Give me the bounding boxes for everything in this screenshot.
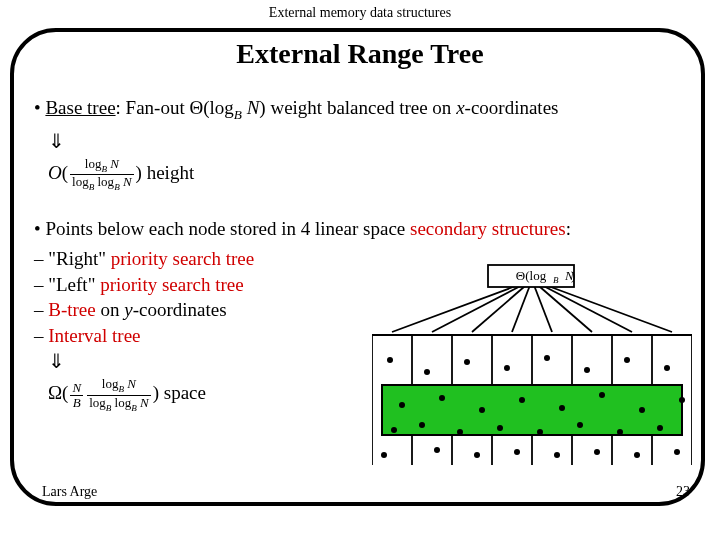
svg-point-49 bbox=[639, 407, 645, 413]
svg-text:): ) bbox=[571, 268, 575, 283]
svg-point-43 bbox=[554, 452, 560, 458]
svg-point-54 bbox=[657, 425, 663, 431]
footer-author: Lars Arge bbox=[42, 484, 97, 500]
svg-point-38 bbox=[497, 425, 503, 431]
svg-point-55 bbox=[674, 449, 680, 455]
svg-point-27 bbox=[381, 452, 387, 458]
svg-point-35 bbox=[474, 452, 480, 458]
height-label: height bbox=[142, 162, 194, 183]
svg-point-40 bbox=[544, 355, 550, 361]
fanout-formula: Θ(logB N) bbox=[189, 95, 265, 124]
svg-point-28 bbox=[424, 369, 430, 375]
svg-point-50 bbox=[617, 429, 623, 435]
svg-point-52 bbox=[664, 365, 670, 371]
secondary-structures-text: secondary structures bbox=[410, 218, 566, 239]
slide: External memory data structures External… bbox=[0, 0, 720, 540]
slide-title: External Range Tree bbox=[0, 38, 720, 70]
svg-point-41 bbox=[559, 405, 565, 411]
svg-point-45 bbox=[599, 392, 605, 398]
svg-point-32 bbox=[464, 359, 470, 365]
svg-point-44 bbox=[584, 367, 590, 373]
svg-point-47 bbox=[594, 449, 600, 455]
svg-point-29 bbox=[439, 395, 445, 401]
base-tree-label: Base tree bbox=[45, 97, 115, 118]
svg-point-34 bbox=[457, 429, 463, 435]
svg-point-36 bbox=[504, 365, 510, 371]
svg-point-33 bbox=[479, 407, 485, 413]
svg-point-42 bbox=[537, 429, 543, 435]
svg-point-30 bbox=[419, 422, 425, 428]
tree-diagram: Θ(log B N ) bbox=[372, 260, 692, 465]
svg-text:B: B bbox=[553, 275, 559, 285]
footer-page: 23 bbox=[676, 484, 690, 500]
svg-point-26 bbox=[391, 427, 397, 433]
bullet-secondary: Points below each node stored in 4 linea… bbox=[34, 216, 694, 242]
svg-point-31 bbox=[434, 447, 440, 453]
svg-point-48 bbox=[624, 357, 630, 363]
implies-arrow-1: ⇓ bbox=[48, 128, 694, 155]
svg-text:Θ(log: Θ(log bbox=[516, 268, 547, 283]
height-formula: O(logB NlogB logB N) height bbox=[48, 157, 694, 192]
svg-point-46 bbox=[577, 422, 583, 428]
svg-point-51 bbox=[634, 452, 640, 458]
svg-point-39 bbox=[514, 449, 520, 455]
svg-rect-10 bbox=[382, 385, 682, 435]
space-label: space bbox=[159, 382, 206, 403]
svg-point-25 bbox=[399, 402, 405, 408]
svg-point-37 bbox=[519, 397, 525, 403]
svg-point-24 bbox=[387, 357, 393, 363]
bullet-base-tree: Base tree: Fan-out Θ(logB N) weight bala… bbox=[34, 95, 694, 124]
running-header: External memory data structures bbox=[0, 5, 720, 21]
svg-point-53 bbox=[679, 397, 685, 403]
